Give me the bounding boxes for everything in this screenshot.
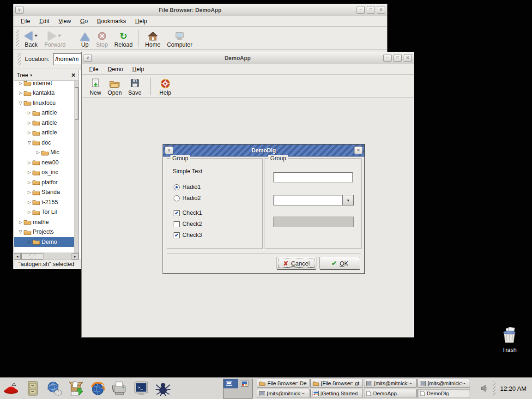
check3-control[interactable]: ✔ Check3 xyxy=(174,232,202,238)
tree-row[interactable]: ▷new00 xyxy=(14,157,74,168)
expander-icon[interactable]: ▽ xyxy=(26,140,32,145)
radio1-indicator[interactable] xyxy=(174,184,180,190)
combo-dropdown-button[interactable]: ▾ xyxy=(343,195,354,206)
volume-icon[interactable] xyxy=(480,384,489,393)
check3-indicator[interactable]: ✔ xyxy=(174,232,180,238)
back-button[interactable]: Back xyxy=(21,28,41,49)
toolbar-grippy[interactable] xyxy=(16,30,19,47)
main-menu-button[interactable] xyxy=(2,379,20,398)
printer-launcher[interactable] xyxy=(110,379,129,398)
check2-control[interactable]: Check2 xyxy=(174,221,202,227)
expander-icon[interactable]: ▷ xyxy=(26,110,32,115)
menu-demo[interactable]: Demo xyxy=(104,64,127,74)
expander-icon[interactable]: ▷ xyxy=(18,91,24,95)
clock[interactable]: 12:20 AM xyxy=(500,385,530,392)
workspace-1[interactable] xyxy=(224,379,238,388)
minimize-button[interactable]: − xyxy=(383,54,392,62)
new-button[interactable]: New xyxy=(86,76,104,97)
tree-row[interactable]: ▷article xyxy=(14,128,74,138)
tree-row[interactable]: ▷Mic xyxy=(14,148,74,158)
horizontal-scroll-track[interactable] xyxy=(44,253,72,260)
minimize-button[interactable]: − xyxy=(357,6,365,14)
tree-row[interactable]: ▽linuxfocu xyxy=(14,98,74,108)
task-button-getting-started[interactable]: [Getting Started xyxy=(310,389,363,398)
trash-desktop-icon[interactable]: Trash xyxy=(496,327,523,353)
expander-icon[interactable]: ▽ xyxy=(18,101,24,105)
tree-row[interactable]: ▷platfor xyxy=(14,177,74,187)
tree-vertical-scrollbar[interactable] xyxy=(74,81,79,253)
file-browser-titlebar[interactable]: ∨ File Browser: DemoApp − □ ✕ xyxy=(13,4,387,16)
check1-indicator[interactable]: ✔ xyxy=(174,210,180,216)
save-button[interactable]: Save xyxy=(125,76,145,97)
expander-icon[interactable]: ▷ xyxy=(18,220,24,224)
menu-file[interactable]: File xyxy=(17,16,34,26)
menu-help[interactable]: Help xyxy=(132,16,151,26)
side-panel-close-icon[interactable]: ✕ xyxy=(71,72,76,79)
expander-icon[interactable]: ▽ xyxy=(18,230,24,234)
horizontal-scroll-thumb[interactable] xyxy=(21,253,43,260)
reload-button[interactable]: ↻ Reload xyxy=(111,28,136,49)
expander-icon[interactable]: ▷ xyxy=(26,180,32,185)
tree-row[interactable]: ▷Standa xyxy=(14,187,74,198)
location-grippy[interactable] xyxy=(18,53,21,65)
tree-row[interactable]: ▷Tor Lil xyxy=(14,207,74,218)
check1-control[interactable]: ✔ Check1 xyxy=(174,210,202,216)
web-browser-launcher[interactable] xyxy=(45,379,64,398)
expander-icon[interactable]: ▷ xyxy=(26,170,32,175)
check2-indicator[interactable] xyxy=(174,221,180,227)
demodlg-titlebar[interactable]: ∨ DemoDlg ✕ xyxy=(163,145,364,157)
window-menu-button[interactable]: ∨ xyxy=(15,6,24,14)
maximize-button[interactable]: □ xyxy=(393,54,402,62)
close-button[interactable]: ✕ xyxy=(354,146,363,154)
expander-icon[interactable]: ▷ xyxy=(35,150,41,155)
file-manager-launcher[interactable] xyxy=(24,379,42,398)
side-panel-header[interactable]: Tree ▾ ✕ xyxy=(14,70,79,81)
task-button-file-browser[interactable]: File Browser: De xyxy=(257,379,309,388)
tree-row-selected[interactable]: ▷Demo xyxy=(14,237,74,247)
menu-view[interactable]: View xyxy=(55,16,75,26)
task-button-terminal-2[interactable]: [mits@mitnick:~ xyxy=(417,379,470,388)
tree-row[interactable]: ▷kantakta xyxy=(14,88,74,98)
tree-row[interactable]: ▷mathe xyxy=(14,217,74,227)
side-panel-dropdown-icon[interactable]: ▾ xyxy=(30,73,32,78)
home-button[interactable]: Home xyxy=(142,28,163,49)
expander-icon[interactable]: ▷ xyxy=(26,240,32,244)
tree-row[interactable]: ▷internet xyxy=(14,81,74,88)
expander-icon[interactable]: ▷ xyxy=(26,200,32,205)
cancel-button[interactable]: ✘ Cancel xyxy=(277,257,316,270)
combo-entry[interactable] xyxy=(273,195,343,206)
menu-bookmarks[interactable]: Bookmarks xyxy=(93,16,130,26)
workspace-3[interactable] xyxy=(224,389,238,398)
stop-button[interactable]: Stop xyxy=(93,28,111,49)
tree-row[interactable]: ▷t-2155 xyxy=(14,197,74,207)
expander-icon[interactable]: ▷ xyxy=(26,210,32,214)
workspace-4[interactable] xyxy=(238,389,253,398)
task-button-file-browser-2[interactable]: [File Browser: gt xyxy=(310,379,363,388)
back-dropdown-icon[interactable] xyxy=(34,35,38,37)
close-button[interactable]: ✕ xyxy=(377,6,385,14)
open-button[interactable]: Open xyxy=(104,76,125,97)
tree-row[interactable]: ▽Projects xyxy=(14,227,74,237)
radio1-control[interactable]: Radio1 xyxy=(174,184,201,190)
radio2-indicator[interactable] xyxy=(174,195,180,201)
expander-icon[interactable]: ▷ xyxy=(26,190,32,194)
terminal-launcher[interactable]: >_ xyxy=(132,379,151,398)
tree-row[interactable]: ▷article xyxy=(14,108,74,118)
forward-dropdown-icon[interactable] xyxy=(58,35,61,37)
expander-icon[interactable]: ▷ xyxy=(26,121,32,125)
expander-icon[interactable]: ▷ xyxy=(26,160,32,165)
expander-icon[interactable]: ▷ xyxy=(26,130,32,135)
forward-button[interactable]: Forward xyxy=(41,28,69,49)
text-entry[interactable] xyxy=(273,172,353,182)
radio2-control[interactable]: Radio2 xyxy=(174,195,201,201)
tree-row[interactable]: ▷article xyxy=(14,118,74,128)
menu-file[interactable]: File xyxy=(85,64,102,74)
help-button[interactable]: Help xyxy=(156,76,175,97)
menu-help[interactable]: Help xyxy=(129,64,148,74)
maximize-button[interactable]: □ xyxy=(367,6,375,14)
vertical-scroll-thumb[interactable] xyxy=(75,87,79,120)
tray-separator-handle[interactable] xyxy=(493,381,496,395)
scroll-left-button[interactable]: ◄ xyxy=(14,253,21,260)
mozilla-launcher[interactable] xyxy=(89,379,107,398)
computer-button[interactable]: Computer xyxy=(164,28,196,49)
